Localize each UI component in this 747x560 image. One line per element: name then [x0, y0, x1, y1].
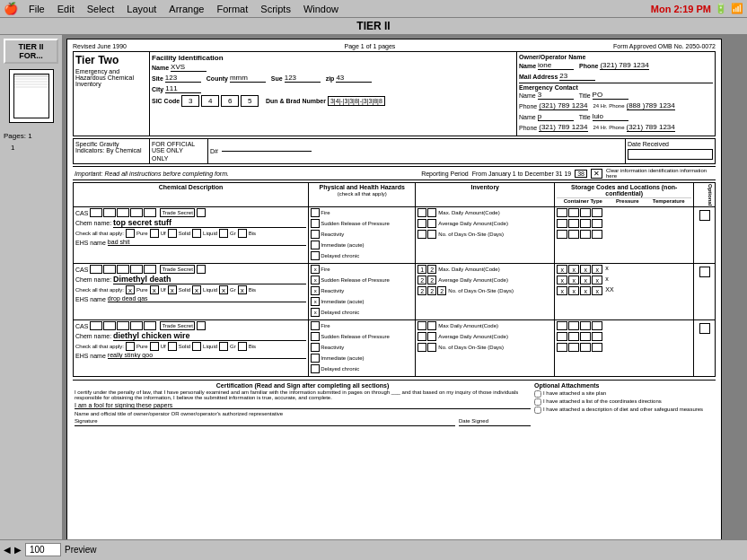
pure-check-3 — [126, 342, 135, 351]
chem-desc-cell-1: CAS Trade Secret — [74, 207, 309, 264]
dif-value — [222, 151, 312, 152]
stor-box — [557, 219, 567, 228]
attachment-item-1: I have attached a site plan — [534, 390, 714, 398]
inv-box: 2 — [427, 276, 436, 284]
chem-name-row-2: Chem name: Dimethyl death — [75, 275, 306, 284]
pure-label-2: Pure — [136, 287, 148, 293]
clear-button[interactable]: ✕ — [591, 169, 602, 179]
chem-desc-cell-3: CAS Trade Secret — [74, 320, 309, 377]
stor-box — [568, 230, 579, 239]
solid-check-2: x — [168, 285, 177, 294]
sudden-check-2: x — [311, 276, 320, 284]
ehs-val-2: drop dead gas — [108, 295, 306, 302]
cas-boxes-3 — [90, 321, 156, 330]
for-official-use-only: ONLY — [152, 155, 206, 162]
zoom-field[interactable]: 100 — [25, 543, 61, 556]
stor-box: x — [592, 276, 602, 284]
days-onsite-boxes-1 — [417, 230, 436, 239]
page-thumbnail[interactable] — [9, 69, 54, 123]
stor-box — [580, 332, 591, 341]
immed-label-2: Immediate (acute) — [321, 299, 364, 304]
storage-cell-1 — [555, 207, 694, 264]
storage-row-3-3 — [557, 343, 691, 352]
cas-box — [130, 321, 143, 330]
immed-check-3 — [311, 354, 320, 363]
table-row: CAS Trade Secret — [74, 264, 716, 320]
menu-scripts[interactable]: Scripts — [255, 3, 296, 15]
tier-two-title: Tier Two — [75, 54, 147, 66]
contact2-phone-value: (321) 789 1234 — [539, 123, 587, 132]
mail-value: 23 — [559, 72, 595, 81]
attachment-check-3[interactable] — [534, 407, 541, 414]
city-value: 111 — [165, 84, 201, 93]
contact1-title-value: PO — [593, 91, 628, 100]
fire-label-1: Fire — [321, 210, 330, 215]
attachment-check-2[interactable] — [534, 398, 541, 406]
city-label: City — [152, 86, 163, 92]
avg-daily-boxes-1 — [417, 219, 436, 228]
max-daily-label-1: Max. Daily Amount(Code) — [438, 210, 499, 215]
solid-check-1 — [168, 229, 177, 238]
menu-select[interactable]: Select — [82, 3, 120, 15]
clock-display: Mon 2:19 PM — [651, 4, 711, 14]
inv-box — [417, 332, 426, 341]
menu-format[interactable]: Format — [211, 3, 253, 15]
immed-check-1 — [311, 241, 320, 249]
owner-name-row: Name ione Phone (321) 789 1234 — [519, 61, 713, 70]
max-daily-label-2: Max. Daily Amount(Code) — [438, 267, 499, 272]
gr-check-1 — [219, 229, 228, 238]
duns-label: Dun & Brad Number — [266, 98, 326, 104]
liquid-label-1: Liquid — [203, 231, 217, 236]
facility-name-value: XVS — [171, 63, 207, 72]
contact1-title-label: Title — [579, 92, 591, 99]
attachment-check-1[interactable] — [534, 390, 541, 398]
tier-ii-for-button[interactable]: TIER II FOR... — [4, 39, 58, 64]
window-title: TIER II — [0, 18, 747, 35]
storage-row-3-1 — [557, 321, 691, 330]
menubar-right: Mon 2:19 PM 🔋 📶 — [651, 3, 743, 14]
menu-arrange[interactable]: Arrange — [163, 3, 209, 15]
main-layout: TIER II FOR... Pages: 1 1 Revised June 1… — [0, 35, 747, 539]
scroll-right-arrow[interactable]: ▶ — [14, 545, 22, 555]
stor-box — [557, 332, 567, 341]
storage-row-1-1 — [557, 208, 691, 217]
table-row: CAS Trade Secret — [74, 320, 716, 377]
storage-col-temp: Temperature — [653, 198, 685, 204]
chem-name-val-2: Dimethyl death — [113, 275, 306, 284]
days-onsite-label-3: No. of Days On-Site (Days) — [438, 345, 504, 350]
stor-extra-2: x — [605, 276, 609, 284]
avg-daily-3: Average Daily Amount(Code) — [417, 332, 552, 341]
menu-window[interactable]: Window — [298, 3, 344, 15]
days-onsite-boxes-2: 2 2 2 — [417, 286, 446, 295]
cert-text: I certify under the penalty of law, that… — [75, 389, 531, 400]
dif-section: D# — [208, 139, 625, 163]
solid-check-3 — [168, 342, 177, 351]
solid-label-2: Solid — [179, 287, 190, 293]
days-onsite-label-1: No. of Days On-Site (Days) — [438, 232, 504, 237]
apple-menu[interactable]: 🍎 — [4, 2, 18, 15]
days-onsite-1: No. of Days On-Site (Days) — [417, 230, 552, 239]
scroll-left-arrow[interactable]: ◀ — [4, 545, 11, 555]
stor-box — [580, 219, 591, 228]
battery-icon: 🔋 — [715, 3, 727, 14]
menu-edit[interactable]: Edit — [52, 3, 80, 15]
owner-phone-value: (321) 789 1234 — [600, 61, 648, 70]
chem-name-val-1: top secret stuff — [113, 218, 306, 228]
contact2-phone-label: Phone — [519, 125, 537, 131]
liquid-check-2: x — [192, 285, 201, 294]
cas-label-3: CAS — [75, 323, 88, 329]
header-phys-hazards: Physical and Health Hazards (check all t… — [309, 183, 416, 207]
preview-button[interactable]: Preview — [65, 545, 97, 555]
inventory-cell-1: Max. Daily Amount(Code) Average Daily Am… — [416, 207, 555, 264]
max-daily-label-3: Max Daily Amount(Code) — [438, 323, 498, 328]
react-check-2: x — [311, 286, 320, 295]
menu-file[interactable]: File — [23, 3, 50, 15]
facility-site-row: Site 123 County mmm Sue 123 zip 43 — [152, 74, 514, 83]
liquid-check-1 — [192, 229, 201, 238]
owner-name-value: ione — [538, 61, 574, 70]
stor-box — [568, 321, 579, 330]
gr-check-2: x — [219, 285, 228, 294]
stor-box: x — [557, 276, 567, 284]
menu-layout[interactable]: Layout — [121, 3, 162, 15]
pure-check-2: x — [126, 285, 135, 294]
